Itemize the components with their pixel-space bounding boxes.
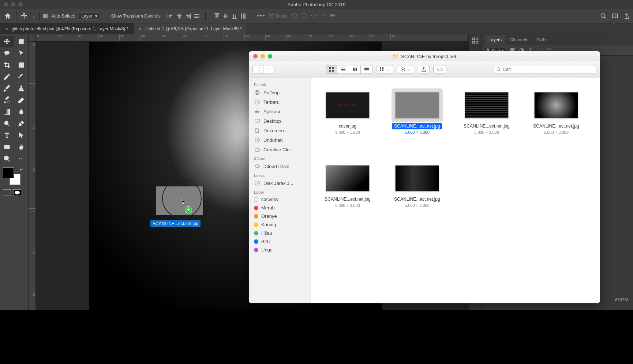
align-left-icon[interactable] xyxy=(167,13,174,19)
finder-minimize[interactable] xyxy=(261,54,265,58)
foreground-color[interactable] xyxy=(3,167,14,178)
file-item[interactable]: SCANLINE...ect.net.jpg5.000 × 3.000 xyxy=(388,85,446,158)
sidebar-item-icloud-drive[interactable]: iCloud Drive xyxy=(249,162,311,171)
group-by-button[interactable] xyxy=(376,65,393,74)
home-icon[interactable] xyxy=(3,11,12,21)
list-view-button[interactable] xyxy=(337,65,349,74)
sidebar-tag-item[interactable]: cdcvdsv xyxy=(249,195,311,204)
link-layers-icon[interactable] xyxy=(558,356,563,362)
traffic-zoom[interactable] xyxy=(18,2,23,7)
sidebar-item-airdrop[interactable]: AirDrop xyxy=(249,88,311,97)
sidebar-item-creative-cloud[interactable]: Creative Clo... xyxy=(249,145,311,154)
ruler-vertical[interactable]: 012345567 xyxy=(29,42,36,357)
align-top-icon[interactable] xyxy=(214,13,220,19)
sidebar-tag-item[interactable]: Biru xyxy=(249,237,311,246)
hand-tool[interactable] xyxy=(14,141,29,153)
standard-mode[interactable] xyxy=(3,189,11,196)
zoom-level[interactable]: 66,34% xyxy=(33,358,46,362)
history-brush-tool[interactable] xyxy=(0,94,14,106)
sidebar-tag-item[interactable]: Merah xyxy=(249,204,311,212)
gallery-view-button[interactable] xyxy=(361,65,372,74)
tab-channels[interactable]: Channels xyxy=(506,35,532,45)
rectangle-tool[interactable] xyxy=(0,141,14,153)
forward-button[interactable]: 〉 xyxy=(263,65,274,74)
blur-tool[interactable] xyxy=(14,106,29,118)
libraries-icon[interactable] xyxy=(471,37,479,45)
path-select-tool[interactable] xyxy=(14,129,29,141)
action-button[interactable] xyxy=(397,65,414,74)
search-input[interactable] xyxy=(503,67,594,72)
type-tool[interactable] xyxy=(0,129,14,141)
3d-slide-icon[interactable] xyxy=(320,12,326,19)
file-item[interactable]: SCANLINE...ect.net.jpg5.000 × 3.000 xyxy=(318,158,377,231)
tags-button[interactable] xyxy=(433,65,446,74)
3d-camera-icon[interactable] xyxy=(330,12,336,19)
screen-mode-icon[interactable]: ⌄ xyxy=(612,13,618,19)
share-button[interactable] xyxy=(418,65,430,74)
close-tab-icon[interactable]: × xyxy=(5,26,8,32)
sidebar-item-documents[interactable]: Dokumen xyxy=(249,126,311,135)
auto-select-target[interactable]: Layer xyxy=(79,12,99,20)
gradient-tool[interactable] xyxy=(0,106,14,118)
sidebar-item-desktop[interactable]: Desktop xyxy=(249,116,311,126)
finder-window[interactable]: 📁 SCANLINE by freeject.net 〈 〉 Favorit A… xyxy=(249,51,600,303)
layer-style-icon[interactable]: fx xyxy=(569,356,574,362)
swap-colors-icon[interactable]: ⇄ xyxy=(20,167,23,171)
sidebar-item-apps[interactable]: Aplikasi xyxy=(249,107,311,116)
marquee-tool[interactable] xyxy=(14,36,29,48)
ruler-origin[interactable] xyxy=(29,34,36,42)
file-item[interactable]: SCANLINEcover.jpg2.000 × 1.200 xyxy=(318,85,377,158)
share-icon[interactable] xyxy=(623,13,630,19)
crop-tool[interactable] xyxy=(0,59,14,71)
file-grid[interactable]: SCANLINEcover.jpg2.000 × 1.200SCANLINE..… xyxy=(311,77,600,303)
align-middle-icon[interactable] xyxy=(222,13,229,19)
more-options-icon[interactable]: ••• xyxy=(257,12,265,20)
search-icon[interactable] xyxy=(600,13,607,19)
layer-mask-icon[interactable] xyxy=(580,356,585,362)
edit-toolbar[interactable]: ⋯ xyxy=(14,153,29,164)
auto-select-checkbox[interactable] xyxy=(43,14,48,18)
status-menu-icon[interactable]: ▸ xyxy=(116,358,118,363)
finder-titlebar[interactable]: 📁 SCANLINE by freeject.net xyxy=(249,51,600,61)
search-field[interactable] xyxy=(494,65,596,74)
back-button[interactable]: 〈 xyxy=(252,65,263,74)
move-tool[interactable] xyxy=(0,36,14,48)
finder-close[interactable] xyxy=(253,54,258,58)
group-icon[interactable] xyxy=(602,356,607,362)
distribute-h-icon[interactable] xyxy=(194,13,200,19)
zoom-tool[interactable] xyxy=(0,153,14,164)
pen-tool[interactable] xyxy=(14,118,29,129)
3d-pan-icon[interactable] xyxy=(311,12,316,19)
adjustment-layer-icon[interactable] xyxy=(591,356,596,362)
traffic-close[interactable] xyxy=(4,2,8,7)
frame-tool[interactable] xyxy=(14,59,29,71)
finder-zoom[interactable] xyxy=(268,54,272,58)
align-center-h-icon[interactable] xyxy=(176,13,183,19)
delete-layer-icon[interactable] xyxy=(623,356,629,362)
traffic-minimize[interactable] xyxy=(11,2,15,7)
ruler-horizontal[interactable]: 01015202530354045505560657075808590 xyxy=(36,34,468,42)
doc-size[interactable]: Doc: 11,4M/24,1M xyxy=(61,358,94,362)
align-bottom-icon[interactable] xyxy=(231,13,238,19)
sidebar-tag-item[interactable]: Ungu xyxy=(249,246,311,254)
quick-mask-mode[interactable] xyxy=(13,189,21,196)
column-view-button[interactable] xyxy=(349,65,361,74)
sidebar-item-disk[interactable]: Disk Jarak J... xyxy=(249,178,311,188)
sidebar-item-downloads[interactable]: Unduhan xyxy=(249,135,311,145)
3d-orbit-icon[interactable] xyxy=(292,12,297,19)
brush-tool[interactable] xyxy=(0,83,14,94)
icon-view-button[interactable] xyxy=(326,65,337,74)
healing-tool[interactable] xyxy=(14,71,29,83)
sidebar-tag-item[interactable]: Kuning xyxy=(249,220,311,229)
transform-checkbox[interactable] xyxy=(103,14,107,18)
3d-roll-icon[interactable] xyxy=(301,12,307,19)
sidebar-tag-item[interactable]: Hijau xyxy=(249,229,311,237)
eyedropper-tool[interactable] xyxy=(0,71,14,83)
tab-layers[interactable]: Layers xyxy=(485,35,505,45)
color-swatches[interactable]: ⇄ xyxy=(3,167,20,185)
file-item[interactable]: SCANLINE...ect.net.jpg5.000 × 3.000 xyxy=(388,158,446,231)
sidebar-item-recents[interactable]: Terbaru xyxy=(249,97,311,107)
document-tab[interactable]: × Untitled-1 @ 66,3% (Exposure 1, Layer … xyxy=(134,23,247,34)
dodge-tool[interactable] xyxy=(0,118,14,129)
document-tab[interactable]: × glitch photo effect.psd @ 47% (Exposur… xyxy=(0,23,134,34)
